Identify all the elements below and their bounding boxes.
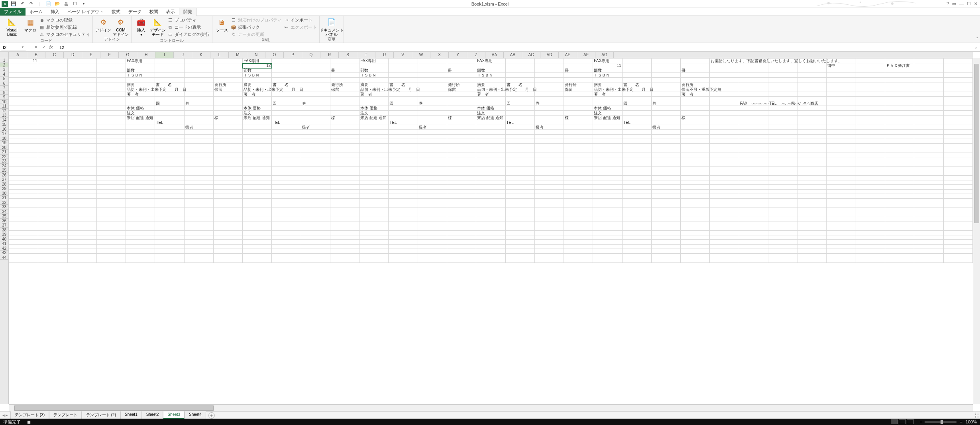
cell[interactable] bbox=[534, 153, 564, 157]
cell[interactable]: 回 bbox=[272, 101, 301, 106]
cell[interactable] bbox=[213, 226, 242, 231]
cell[interactable] bbox=[67, 194, 96, 199]
cell[interactable] bbox=[243, 162, 272, 166]
cell[interactable] bbox=[914, 134, 943, 139]
cell[interactable] bbox=[739, 221, 768, 226]
cell[interactable] bbox=[184, 244, 213, 249]
cell[interactable] bbox=[9, 208, 38, 212]
cell[interactable] bbox=[885, 59, 914, 63]
cell[interactable] bbox=[272, 139, 301, 144]
cell[interactable] bbox=[622, 106, 651, 111]
cell[interactable] bbox=[9, 63, 38, 68]
cell[interactable] bbox=[885, 198, 914, 203]
cell[interactable] bbox=[827, 148, 856, 153]
cell[interactable] bbox=[389, 68, 418, 73]
cell[interactable] bbox=[797, 231, 827, 235]
cell[interactable] bbox=[184, 180, 213, 185]
cell[interactable] bbox=[243, 217, 272, 221]
row-header[interactable]: 38 bbox=[0, 228, 8, 233]
cell[interactable]: 発行所 bbox=[213, 82, 242, 87]
cell[interactable] bbox=[710, 96, 739, 101]
cell[interactable] bbox=[184, 92, 213, 96]
cell[interactable] bbox=[389, 63, 418, 68]
cell[interactable] bbox=[797, 185, 827, 190]
cell[interactable] bbox=[797, 125, 827, 130]
row-header[interactable]: 17 bbox=[0, 131, 8, 136]
cell[interactable] bbox=[126, 130, 155, 135]
cell[interactable] bbox=[710, 157, 739, 162]
cell[interactable] bbox=[505, 116, 534, 120]
cell[interactable] bbox=[827, 92, 856, 96]
cell[interactable] bbox=[827, 134, 856, 139]
cell[interactable] bbox=[505, 166, 534, 171]
cell[interactable] bbox=[155, 171, 184, 176]
cell[interactable] bbox=[184, 162, 213, 166]
cell[interactable]: 摘要 bbox=[476, 82, 505, 87]
column-header[interactable]: P bbox=[284, 52, 302, 58]
cell[interactable] bbox=[797, 176, 827, 180]
formula-bar[interactable]: 12 bbox=[58, 45, 972, 50]
cell[interactable] bbox=[914, 143, 943, 148]
cell[interactable] bbox=[710, 101, 739, 106]
cell[interactable]: 冊 bbox=[447, 68, 476, 73]
cell[interactable] bbox=[38, 130, 67, 135]
cell[interactable] bbox=[885, 78, 914, 82]
cell[interactable] bbox=[681, 73, 710, 78]
cell[interactable] bbox=[447, 101, 476, 106]
cell[interactable] bbox=[564, 101, 593, 106]
cell[interactable] bbox=[301, 87, 330, 92]
cell[interactable] bbox=[96, 120, 126, 125]
cell[interactable] bbox=[564, 189, 593, 194]
cell[interactable] bbox=[593, 78, 622, 82]
cell[interactable] bbox=[9, 221, 38, 226]
cell[interactable] bbox=[768, 120, 797, 125]
cell[interactable]: ＩＳＢＮ bbox=[126, 73, 155, 78]
properties-button[interactable]: ☰プロパティ bbox=[167, 17, 210, 24]
cell[interactable] bbox=[710, 176, 739, 180]
cell[interactable] bbox=[827, 116, 856, 120]
cell[interactable] bbox=[768, 226, 797, 231]
cell[interactable] bbox=[681, 120, 710, 125]
cell[interactable] bbox=[155, 59, 184, 63]
xml-import-button[interactable]: ⇥インポート bbox=[283, 17, 317, 24]
cell[interactable] bbox=[418, 143, 447, 148]
cell[interactable] bbox=[593, 166, 622, 171]
cell[interactable] bbox=[534, 258, 564, 263]
cell[interactable] bbox=[330, 153, 359, 157]
cell[interactable] bbox=[827, 235, 856, 240]
horizontal-scrollbar[interactable] bbox=[9, 404, 973, 411]
cell[interactable]: TEL bbox=[155, 120, 184, 125]
cell[interactable] bbox=[622, 143, 651, 148]
cell[interactable] bbox=[96, 198, 126, 203]
cell[interactable] bbox=[681, 176, 710, 180]
cell[interactable] bbox=[534, 189, 564, 194]
cell[interactable] bbox=[827, 171, 856, 176]
cell[interactable] bbox=[856, 212, 885, 217]
cell[interactable] bbox=[534, 176, 564, 180]
cell[interactable] bbox=[943, 249, 973, 254]
cell[interactable] bbox=[126, 240, 155, 245]
cell[interactable] bbox=[564, 185, 593, 190]
cell[interactable] bbox=[797, 134, 827, 139]
cell[interactable] bbox=[9, 258, 38, 263]
cell[interactable] bbox=[856, 153, 885, 157]
cell[interactable] bbox=[38, 157, 67, 162]
cell[interactable] bbox=[184, 78, 213, 82]
cell[interactable] bbox=[243, 96, 272, 101]
cell[interactable] bbox=[797, 217, 827, 221]
cell[interactable] bbox=[593, 139, 622, 144]
cell[interactable] bbox=[681, 157, 710, 162]
cell[interactable] bbox=[476, 212, 505, 217]
cell[interactable] bbox=[330, 176, 359, 180]
cell[interactable] bbox=[359, 249, 389, 254]
cell[interactable] bbox=[739, 63, 768, 68]
cell[interactable] bbox=[126, 208, 155, 212]
cell[interactable] bbox=[681, 185, 710, 190]
cell[interactable] bbox=[184, 59, 213, 63]
cell[interactable] bbox=[96, 139, 126, 144]
row-header[interactable]: 13 bbox=[0, 113, 8, 118]
cell[interactable] bbox=[96, 125, 126, 130]
cell[interactable] bbox=[505, 194, 534, 199]
cell[interactable] bbox=[418, 166, 447, 171]
cell[interactable] bbox=[418, 217, 447, 221]
